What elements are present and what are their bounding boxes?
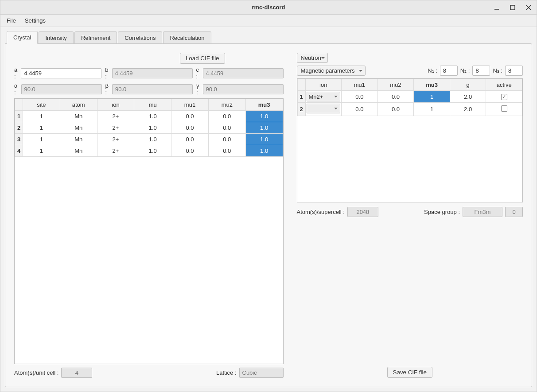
menu-settings[interactable]: Settings [21,16,49,26]
col-mu3[interactable]: mu3 [245,99,283,111]
col-site[interactable]: site [23,99,60,111]
tab-recalculation[interactable]: Recalculation [163,31,211,44]
atoms-unit-cell-label: Atom(s)/unit cell : [14,369,58,376]
col-mu1[interactable]: mu1 [171,99,209,111]
rcol-mu1[interactable]: mu1 [342,79,378,91]
close-icon[interactable] [523,2,534,13]
active-checkbox[interactable] [501,105,507,112]
tab-intensity[interactable]: Intensity [39,31,73,44]
beta-field [112,84,193,94]
n3-label: N₃ : [493,67,502,74]
menu-file[interactable]: File [3,16,19,26]
n3-field[interactable] [505,66,523,76]
row-num: 2 [15,122,23,134]
atoms-supercell-label: Atom(s)/supercell : [297,209,345,215]
alpha-label: α : [14,82,18,96]
atoms-unit-cell-field [61,368,92,378]
row-num: 1 [15,111,23,122]
load-cif-button[interactable]: Load CIF file [180,53,225,64]
titlebar: rmc-discord [0,0,537,15]
right-panel: Neutron Magnetic parameters N₁ : N₂ : N₃… [297,53,523,378]
a-label: a : [14,66,17,80]
c-field [203,68,284,78]
tab-strip: Crystal Intensity Refinement Correlation… [0,27,537,43]
gamma-field [203,84,284,94]
save-cif-button[interactable]: Save CIF file [387,367,432,378]
space-group-field [463,207,502,217]
rcol-mu3[interactable]: mu3 [414,79,450,91]
space-group-num-field [505,207,523,217]
table-row[interactable]: 11Mn2+1.00.00.01.0 [15,111,283,122]
gamma-label: γ : [196,82,199,96]
table-row[interactable]: 41Mn2+1.00.00.01.0 [15,145,283,157]
rcol-active[interactable]: active [486,79,522,91]
col-atom[interactable]: atom [60,99,97,111]
left-table[interactable]: site atom ion mu mu1 mu2 mu3 11Mn2+1.00.… [14,98,284,364]
content-frame: Load CIF file a : b : c : α : β : γ : [5,43,532,387]
b-label: b : [105,66,108,80]
row-num: 2 [297,103,305,116]
window-title: rmc-discord [252,4,285,11]
n2-field[interactable] [472,66,490,76]
minimize-icon[interactable] [491,2,502,13]
c-label: c : [196,66,199,80]
row-num: 4 [15,145,23,157]
table-row[interactable]: 1Mn2+0.00.012.0 [297,91,522,103]
rcol-mu2[interactable]: mu2 [377,79,414,91]
parameter-select[interactable]: Magnetic parameters [297,66,366,76]
n1-field[interactable] [440,66,458,76]
right-table[interactable]: ion mu1 mu2 mu3 g active 1Mn2+0.00.012.0… [297,78,523,202]
active-checkbox[interactable] [501,94,507,100]
app-window: rmc-discord File Settings Crystal Intens… [0,0,537,392]
table-row[interactable]: 31Mn2+1.00.00.01.0 [15,134,283,145]
tab-refinement[interactable]: Refinement [74,31,117,44]
lattice-type-label: Lattice : [216,369,237,376]
ion-select[interactable]: Mn2+ [307,92,341,101]
tab-crystal[interactable]: Crystal [7,31,38,44]
n2-label: N₂ : [460,67,470,74]
n1-label: N₁ : [428,67,437,74]
svg-rect-1 [510,5,515,10]
scattering-select[interactable]: Neutron [297,53,328,63]
tab-correlations[interactable]: Correlations [118,31,162,44]
table-row[interactable]: 21Mn2+1.00.00.01.0 [15,122,283,134]
left-panel: Load CIF file a : b : c : α : β : γ : [14,53,284,378]
menubar: File Settings [0,15,537,27]
rcol-g[interactable]: g [450,79,486,91]
ion-select[interactable] [307,104,341,113]
row-num: 3 [15,134,23,145]
beta-label: β : [105,82,109,96]
row-num: 1 [297,91,305,103]
col-mu[interactable]: mu [134,99,171,111]
alpha-field [21,84,102,94]
space-group-label: Space group : [424,209,460,215]
lattice-type-field [239,368,284,378]
a-field[interactable] [21,68,101,78]
atoms-supercell-field [347,207,378,217]
b-field [112,68,193,78]
rcol-ion[interactable]: ion [305,79,342,91]
col-ion[interactable]: ion [97,99,134,111]
maximize-icon[interactable] [507,2,518,13]
table-row[interactable]: 20.00.012.0 [297,103,522,116]
col-mu2[interactable]: mu2 [208,99,245,111]
